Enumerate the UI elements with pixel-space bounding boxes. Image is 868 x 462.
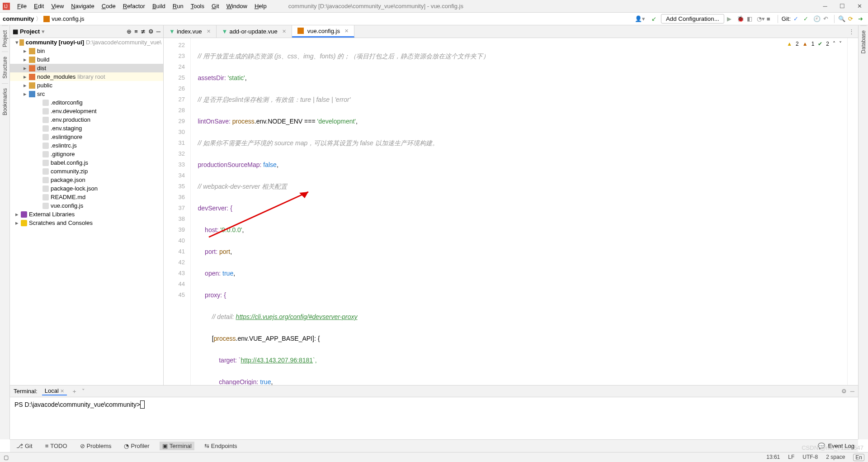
project-pane-title[interactable]: ▦Project▾	[13, 28, 127, 35]
terminal-tab-local[interactable]: Local ✕	[42, 387, 67, 395]
debug-icon[interactable]: 🐞	[737, 15, 744, 23]
menu-git[interactable]: Git	[208, 3, 223, 10]
close-window-button[interactable]: ✕	[856, 3, 863, 10]
project-tree[interactable]: ▾ community [ruoyi-ui] D:\javacode\commu…	[10, 38, 163, 439]
close-tab-icon[interactable]: ✕	[60, 388, 64, 394]
minimize-button[interactable]: ─	[822, 3, 828, 10]
collapse-all-icon[interactable]: ≢	[141, 28, 146, 35]
stop-icon[interactable]: ■	[767, 15, 774, 23]
menu-run[interactable]: Run	[169, 3, 187, 10]
tree-file--gitignore[interactable]: .gitignore	[10, 150, 163, 158]
tree-root[interactable]: ▾ community [ruoyi-ui] D:\javacode\commu…	[10, 38, 163, 47]
git-commit-icon[interactable]: ✓	[803, 15, 811, 23]
breadcrumb-file[interactable]: vue.config.js	[52, 15, 84, 22]
tree-file--editorconfig[interactable]: .editorconfig	[10, 98, 163, 107]
tree-file-package-json[interactable]: package.json	[10, 176, 163, 184]
inspection-summary[interactable]: ▲2 ▲1 ✔2 ˄ ˅	[784, 40, 844, 48]
tree-file--eslintignore[interactable]: .eslintignore	[10, 133, 163, 141]
profiler-icon[interactable]: ◔▾	[757, 15, 764, 23]
git-rollback-icon[interactable]: ↶	[823, 15, 830, 23]
external-libraries[interactable]: ▸ External Libraries	[10, 210, 163, 219]
down-arrow-icon[interactable]: ˅	[839, 41, 842, 47]
terminal-hide-icon[interactable]: ─	[850, 388, 854, 395]
tree-file-README-md[interactable]: README.md	[10, 193, 163, 201]
terminal-gear-icon[interactable]: ⚙	[841, 388, 847, 395]
add-configuration-button[interactable]: Add Configuration...	[661, 14, 724, 24]
indent-setting[interactable]: 2 space	[826, 454, 845, 461]
scratches-and-consoles[interactable]: ▸ Scratches and Consoles	[10, 219, 163, 227]
locate-icon[interactable]: ⊕	[127, 28, 132, 35]
close-tab-icon[interactable]: ✕	[282, 29, 286, 34]
menu-tools[interactable]: Tools	[187, 3, 208, 10]
ime-indicator[interactable]: En	[853, 454, 864, 461]
menu-navigate[interactable]: Navigate	[67, 3, 98, 10]
tree-folder-dist[interactable]: ▸dist	[10, 64, 163, 72]
forward-icon[interactable]: ➜	[858, 15, 865, 23]
sync-icon[interactable]: ⟳	[848, 15, 855, 23]
menu-edit[interactable]: Edit	[30, 3, 47, 10]
rail-bookmarks[interactable]: Bookmarks	[2, 83, 8, 120]
right-tool-rail: Database	[858, 25, 868, 439]
toolwindow-git[interactable]: ⎇Git	[14, 442, 35, 450]
tree-file--env-production[interactable]: .env.production	[10, 115, 163, 124]
tree-folder-build[interactable]: ▸build	[10, 55, 163, 64]
tree-folder-node_modules[interactable]: ▸node_moduleslibrary root	[10, 72, 163, 81]
toolwindow-todo[interactable]: ≡TODO	[42, 442, 70, 450]
close-tab-icon[interactable]: ✕	[207, 29, 211, 34]
file-icon	[42, 134, 49, 140]
terminal-body[interactable]: PS D:\javacode\community_vue\community>	[10, 397, 858, 439]
toolwindow-terminal[interactable]: ▣Terminal	[160, 442, 194, 450]
expand-all-icon[interactable]: ≡	[134, 28, 138, 35]
hide-pane-icon[interactable]: ─	[156, 28, 160, 35]
tabs-menu-icon[interactable]: ⋮	[845, 25, 858, 38]
toolwindow-profiler[interactable]: ◔Profiler	[121, 442, 152, 450]
tree-folder-src[interactable]: ▸src	[10, 90, 163, 98]
tree-file--env-staging[interactable]: .env.staging	[10, 124, 163, 133]
rail-database[interactable]: Database	[860, 25, 867, 58]
tree-file-babel-config-js[interactable]: babel.config.js	[10, 158, 163, 167]
tree-file-vue-config-js[interactable]: vue.config.js	[10, 201, 163, 210]
rail-structure[interactable]: Structure	[2, 52, 8, 83]
rail-project[interactable]: Project	[2, 25, 8, 52]
tab-add-or-update-vue[interactable]: ▼add-or-update.vue✕	[217, 25, 292, 38]
tree-folder-public[interactable]: ▸public	[10, 81, 163, 90]
tab-index-vue[interactable]: ▼index.vue✕	[164, 25, 217, 38]
editor-body[interactable]: 2223242526272829303132333435363738394041…	[164, 38, 858, 439]
tree-file-package-lock-json[interactable]: package-lock.json	[10, 184, 163, 193]
up-arrow-icon[interactable]: ˄	[833, 41, 835, 47]
menu-help[interactable]: Help	[251, 3, 270, 10]
toolwindow-problems[interactable]: ⊘Problems	[77, 442, 114, 450]
tree-file--env-development[interactable]: .env.development	[10, 107, 163, 115]
tree-file-community-zip[interactable]: community.zip	[10, 167, 163, 176]
coverage-icon[interactable]: ◧	[747, 15, 754, 23]
git-history-icon[interactable]: 🕘	[813, 15, 821, 23]
tree-folder-bin[interactable]: ▸bin	[10, 47, 163, 55]
run-icon[interactable]: ▶	[727, 15, 734, 23]
status-window-icon[interactable]: ▢	[4, 454, 9, 461]
tree-file--eslintrc-js[interactable]: .eslintrc.js	[10, 141, 163, 150]
back-arrow-icon[interactable]: ↙	[650, 14, 658, 23]
menu-view[interactable]: View	[47, 3, 67, 10]
search-icon[interactable]: 🔍	[838, 15, 845, 23]
gear-icon[interactable]: ⚙	[148, 28, 154, 35]
menu-window[interactable]: Window	[223, 3, 251, 10]
file-icon	[42, 151, 49, 157]
tab-vue-config-js[interactable]: vue.config.js✕	[292, 25, 354, 38]
menu-refactor[interactable]: Refactor	[119, 3, 149, 10]
git-update-icon[interactable]: ✓	[793, 15, 801, 23]
tab-label: index.vue	[177, 28, 202, 35]
user-icon[interactable]: 👤▾	[633, 14, 647, 23]
maximize-button[interactable]: ☐	[839, 3, 845, 10]
line-separator[interactable]: LF	[788, 454, 794, 461]
menu-code[interactable]: Code	[98, 3, 119, 10]
menu-build[interactable]: Build	[149, 3, 169, 10]
caret-position[interactable]: 13:61	[766, 454, 780, 461]
file-encoding[interactable]: UTF-8	[802, 454, 818, 461]
toolwindow-endpoints[interactable]: ⇆Endpoints	[202, 442, 240, 450]
new-terminal-icon[interactable]: ＋	[71, 387, 77, 395]
code-content[interactable]: // 用于放置生成的静态资源 (js、css、img、fonts) 的；（项目打…	[191, 38, 847, 439]
menu-file[interactable]: File	[14, 3, 30, 10]
breadcrumb-root[interactable]: community	[3, 15, 34, 22]
terminal-dropdown-icon[interactable]: ˅	[82, 388, 85, 395]
close-tab-icon[interactable]: ✕	[344, 28, 349, 34]
